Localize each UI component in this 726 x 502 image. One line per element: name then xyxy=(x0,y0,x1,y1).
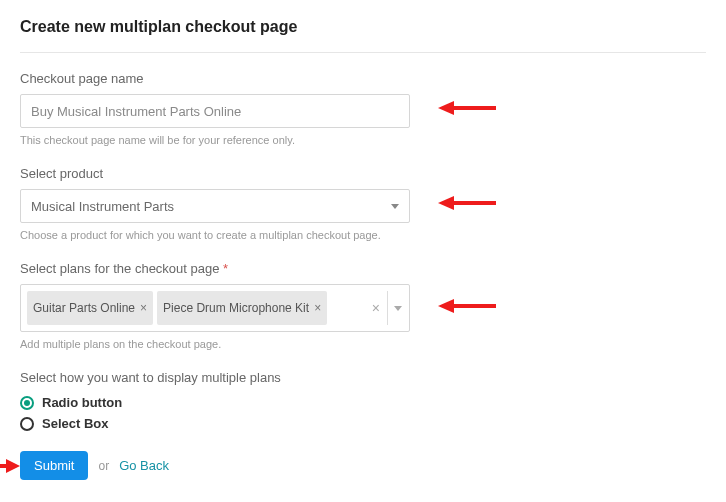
plans-helper: Add multiple plans on the checkout page. xyxy=(20,338,706,350)
plans-multiselect[interactable]: Guitar Parts Online × Piece Drum Microph… xyxy=(20,284,410,332)
radio-label: Radio button xyxy=(42,395,122,410)
display-option-select-box[interactable]: Select Box xyxy=(20,416,706,431)
chevron-down-icon[interactable] xyxy=(388,306,410,311)
radio-icon xyxy=(20,417,34,431)
plan-chip-label: Guitar Parts Online xyxy=(33,301,135,315)
svg-marker-1 xyxy=(438,101,454,115)
annotation-arrow xyxy=(438,97,498,119)
close-icon[interactable]: × xyxy=(314,302,321,314)
display-field: Select how you want to display multiple … xyxy=(20,370,706,431)
chevron-down-icon xyxy=(391,204,399,209)
svg-marker-5 xyxy=(438,299,454,313)
radio-icon xyxy=(20,396,34,410)
product-helper: Choose a product for which you want to c… xyxy=(20,229,706,241)
page-name-field: Checkout page name This checkout page na… xyxy=(20,71,706,146)
display-label: Select how you want to display multiple … xyxy=(20,370,706,385)
product-selected-value: Musical Instrument Parts xyxy=(31,199,174,214)
plans-field: Select plans for the checkout page * Gui… xyxy=(20,261,706,350)
required-mark: * xyxy=(223,261,228,276)
clear-all-icon[interactable]: × xyxy=(365,300,387,316)
product-field: Select product Musical Instrument Parts … xyxy=(20,166,706,241)
annotation-arrow xyxy=(438,295,498,317)
close-icon[interactable]: × xyxy=(140,302,147,314)
form-actions: Submit or Go Back xyxy=(20,451,706,480)
submit-button[interactable]: Submit xyxy=(20,451,88,480)
multiselect-controls: × xyxy=(365,285,409,331)
plan-chip-label: Piece Drum Microphone Kit xyxy=(163,301,309,315)
page-name-input[interactable] xyxy=(20,94,410,128)
divider xyxy=(20,52,706,53)
radio-label: Select Box xyxy=(42,416,108,431)
svg-marker-7 xyxy=(6,459,20,473)
annotation-arrow xyxy=(0,455,20,477)
plan-chip: Guitar Parts Online × xyxy=(27,291,153,325)
page-title: Create new multiplan checkout page xyxy=(20,18,706,36)
go-back-link[interactable]: Go Back xyxy=(119,458,169,473)
display-option-radio-button[interactable]: Radio button xyxy=(20,395,706,410)
product-select[interactable]: Musical Instrument Parts xyxy=(20,189,410,223)
or-text: or xyxy=(98,459,109,473)
plans-label: Select plans for the checkout page * xyxy=(20,261,706,276)
page-name-helper: This checkout page name will be for your… xyxy=(20,134,706,146)
plan-chip: Piece Drum Microphone Kit × xyxy=(157,291,327,325)
page-name-label: Checkout page name xyxy=(20,71,706,86)
svg-marker-3 xyxy=(438,196,454,210)
annotation-arrow xyxy=(438,192,498,214)
product-label: Select product xyxy=(20,166,706,181)
